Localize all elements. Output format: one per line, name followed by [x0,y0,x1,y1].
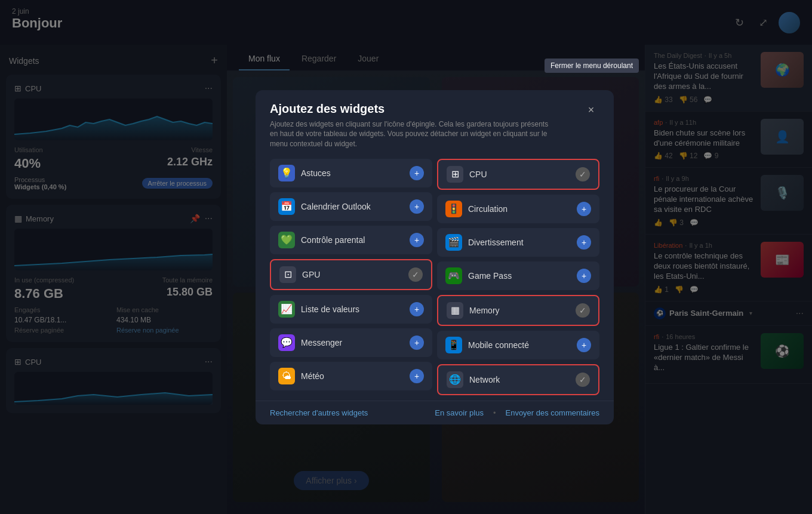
astuces-icon: 💡 [278,165,295,181]
widget-item-cpu[interactable]: ⊞ CPU ✓ [437,159,599,190]
widget-item-calendrier-left: 📅 Calendrier Outlook [278,198,371,215]
divertissement-name: Divertissement [468,238,524,247]
widget-item-network-left: 🌐 Network [447,371,500,388]
network-modal-icon: 🌐 [447,371,463,388]
widget-item-messenger[interactable]: 💬 Messenger + [270,328,432,357]
controle-name: Contrôle parental [301,235,365,245]
modal-header-text: Ajoutez des widgets Ajoutez des widgets … [270,102,556,149]
gpu-name: GPU [302,270,320,279]
meteo-name: Météo [301,371,324,381]
tooltip: Fermer le menu déroulant [545,59,639,73]
modal-header: Ajoutez des widgets Ajoutez des widgets … [256,90,614,149]
widget-item-divertissement-left: 🎬 Divertissement [445,234,524,251]
calendrier-add-button[interactable]: + [410,199,424,214]
widget-item-calendrier[interactable]: 📅 Calendrier Outlook + [270,192,432,221]
gamepass-add-button[interactable]: + [577,269,591,283]
search-more-link[interactable]: Rechercher d'autres widgets [270,408,368,417]
liste-add-button[interactable]: + [410,302,424,316]
messenger-name: Messenger [301,338,342,347]
widget-item-liste-left: 📈 Liste de valeurs [278,301,359,318]
gpu-check-button[interactable]: ✓ [408,267,423,282]
meteo-icon: 🌤 [278,368,295,384]
modal-subtitle: Ajoutez des widgets en cliquant sur l'ic… [270,119,556,149]
divertissement-icon: 🎬 [445,234,462,251]
widget-item-memory[interactable]: ▦ Memory ✓ [437,295,599,326]
widget-item-astuces[interactable]: 💡 Astuces + [270,159,432,187]
widget-item-gamepass[interactable]: 🎮 Game Pass + [437,261,599,290]
widget-item-divertissement[interactable]: 🎬 Divertissement + [437,228,599,257]
controle-add-button[interactable]: + [410,233,424,247]
footer-separator: • [493,408,496,417]
mobile-icon: 📱 [445,337,462,353]
controle-icon: 💚 [278,232,295,248]
memory-modal-name: Memory [469,306,500,315]
widget-item-circulation[interactable]: 🚦 Circulation + [437,195,599,223]
divertissement-add-button[interactable]: + [577,235,591,250]
calendrier-icon: 📅 [278,198,295,215]
learn-more-link[interactable]: En savoir plus [435,408,484,417]
widget-item-gpu-left: ⊡ GPU [279,266,320,283]
widget-item-liste[interactable]: 📈 Liste de valeurs + [270,295,432,324]
widget-item-messenger-left: 💬 Messenger [278,334,342,351]
messenger-add-button[interactable]: + [410,336,424,350]
widget-item-mobile[interactable]: 📱 Mobile connecté + [437,331,599,359]
widget-item-astuces-left: 💡 Astuces [278,165,331,181]
widget-item-controle[interactable]: 💚 Contrôle parental + [270,226,432,254]
gamepass-name: Game Pass [468,271,512,281]
network-check-button[interactable]: ✓ [576,373,590,387]
memory-modal-icon: ▦ [447,302,463,319]
feedback-link[interactable]: Envoyer des commentaires [505,408,599,417]
mobile-name: Mobile connecté [468,340,529,350]
widget-item-meteo[interactable]: 🌤 Météo + [270,362,432,390]
widget-item-meteo-left: 🌤 Météo [278,368,324,384]
widget-item-controle-left: 💚 Contrôle parental [278,232,365,248]
astuces-name: Astuces [301,168,331,178]
circulation-add-button[interactable]: + [577,202,591,216]
liste-icon: 📈 [278,301,295,318]
modal-body: 💡 Astuces + 📅 Calendrier Outlook + 💚 [256,149,614,401]
widget-item-mobile-left: 📱 Mobile connecté [445,337,529,353]
widget-item-gamepass-left: 🎮 Game Pass [445,267,512,284]
add-widgets-modal: Ajoutez des widgets Ajoutez des widgets … [256,90,614,424]
modal-widget-grid: 💡 Astuces + 📅 Calendrier Outlook + 💚 [270,159,599,395]
widget-item-cpu-left: ⊞ CPU [447,166,487,183]
memory-check-button[interactable]: ✓ [576,303,590,318]
calendrier-name: Calendrier Outlook [301,202,371,211]
meteo-add-button[interactable]: + [410,369,424,383]
widget-item-network[interactable]: 🌐 Network ✓ [437,364,599,395]
modal-left-column: 💡 Astuces + 📅 Calendrier Outlook + 💚 [270,159,432,395]
mobile-add-button[interactable]: + [577,338,591,352]
modal-close-button[interactable]: × [583,102,599,119]
widget-item-memory-left: ▦ Memory [447,302,500,319]
astuces-add-button[interactable]: + [410,166,424,180]
circulation-name: Circulation [468,204,508,214]
modal-right-column: ⊞ CPU ✓ 🚦 Circulation + 🎬 Divertisse [437,159,599,395]
widget-item-circulation-left: 🚦 Circulation [445,201,508,217]
modal-footer-right: En savoir plus • Envoyer des commentaire… [435,408,599,417]
liste-name: Liste de valeurs [301,304,359,314]
messenger-icon: 💬 [278,334,295,351]
modal-footer: Rechercher d'autres widgets En savoir pl… [256,401,614,424]
modal-title: Ajoutez des widgets [270,102,556,116]
network-modal-name: Network [469,375,500,384]
cpu-modal-name: CPU [469,170,487,179]
circulation-icon: 🚦 [445,201,462,217]
cpu-check-button[interactable]: ✓ [576,167,590,181]
gamepass-icon: 🎮 [445,267,462,284]
widget-item-gpu[interactable]: ⊡ GPU ✓ [270,259,432,290]
gpu-icon: ⊡ [279,266,296,283]
cpu-modal-icon: ⊞ [447,166,463,183]
